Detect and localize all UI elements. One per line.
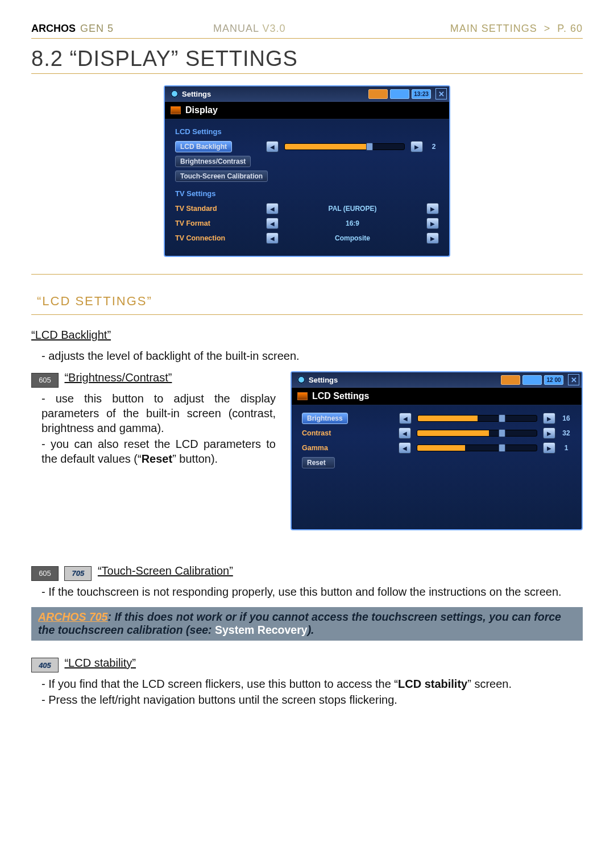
arrow-right-icon[interactable]: ▶ bbox=[543, 442, 555, 454]
section-title: 8.2 “DISPLAY” SETTINGS bbox=[31, 47, 583, 71]
contrast-value: 32 bbox=[561, 429, 571, 437]
item-brightness-title: “Brightness/Contrast” bbox=[64, 371, 172, 384]
brightness-value: 16 bbox=[561, 414, 571, 422]
arrow-left-icon[interactable]: ◀ bbox=[399, 413, 412, 424]
arrow-left-icon[interactable]: ◀ bbox=[399, 442, 411, 454]
status-icon bbox=[522, 375, 542, 385]
panel-title: LCD Settings bbox=[292, 388, 582, 405]
backlight-value: 2 bbox=[429, 143, 439, 151]
tv-standard-value: PAL (EUROPE) bbox=[284, 205, 421, 213]
body-text: If you find that the LCD screen flickers… bbox=[31, 676, 583, 707]
status-icon bbox=[368, 89, 388, 99]
arrow-right-icon[interactable]: ▶ bbox=[543, 413, 555, 424]
body-text: adjusts the level of backlight of the bu… bbox=[31, 348, 583, 363]
arrow-left-icon[interactable]: ◀ bbox=[266, 218, 279, 229]
touch-calibration-button[interactable]: Touch-Screen Calibration bbox=[175, 171, 268, 182]
arrow-right-icon[interactable]: ▶ bbox=[410, 141, 423, 152]
reset-button[interactable]: Reset bbox=[302, 457, 335, 468]
body-text: If the touchscreen is not responding pro… bbox=[31, 584, 583, 599]
tv-format-label: TV Format bbox=[175, 219, 232, 227]
backlight-slider[interactable] bbox=[284, 143, 405, 150]
gamma-slider[interactable] bbox=[417, 445, 537, 451]
arrow-left-icon[interactable]: ◀ bbox=[399, 427, 411, 439]
tv-connection-value: Composite bbox=[284, 234, 421, 242]
item-stability-title: “LCD stability” bbox=[64, 657, 136, 670]
brand-logo: ARCHOS bbox=[31, 23, 76, 35]
arrow-right-icon[interactable]: ▶ bbox=[426, 232, 439, 244]
tv-standard-label: TV Standard bbox=[175, 205, 232, 213]
gamma-label: Gamma bbox=[302, 444, 343, 452]
contrast-slider[interactable] bbox=[417, 430, 537, 437]
panel-title: Display bbox=[165, 102, 449, 119]
brightness-contrast-button[interactable]: Brightness/Contrast bbox=[175, 156, 251, 167]
clock: 12 00 bbox=[544, 375, 563, 385]
lcd-backlight-button[interactable]: LCD Backlight bbox=[175, 141, 232, 152]
contrast-label: Contrast bbox=[302, 429, 343, 437]
arrow-right-icon[interactable]: ▶ bbox=[543, 427, 555, 439]
screenshot-display-settings: Settings 13:23 ✕ Display LCD Settings LC… bbox=[164, 85, 450, 257]
item-touch-title: “Touch-Screen Calibration” bbox=[98, 564, 233, 578]
clock: 13:23 bbox=[412, 89, 431, 99]
model-badge-405: 405 bbox=[31, 658, 59, 672]
tv-connection-label: TV Connection bbox=[175, 234, 232, 242]
subsection-heading: “LCD SETTINGS” bbox=[37, 294, 583, 309]
item-lcd-backlight-title: “LCD Backlight” bbox=[31, 329, 111, 342]
arrow-left-icon[interactable]: ◀ bbox=[266, 203, 279, 214]
brightness-button[interactable]: Brightness bbox=[302, 413, 348, 424]
close-icon[interactable]: ✕ bbox=[435, 88, 447, 99]
window-title: Settings bbox=[182, 90, 211, 98]
close-icon[interactable]: ✕ bbox=[568, 374, 579, 385]
model-badge-605: 605 bbox=[31, 566, 59, 581]
gear-icon bbox=[171, 90, 179, 98]
display-icon bbox=[297, 392, 308, 400]
tv-format-value: 16:9 bbox=[284, 219, 421, 227]
display-icon bbox=[171, 106, 181, 114]
arrow-right-icon[interactable]: ▶ bbox=[426, 203, 439, 214]
brightness-slider[interactable] bbox=[417, 415, 537, 422]
gen-label: GEN 5 bbox=[80, 23, 114, 35]
gear-icon bbox=[297, 376, 305, 384]
model-badge-705: 705 bbox=[64, 566, 92, 581]
screenshot-lcd-settings: Settings 12 00 ✕ LCD Settings Brightness… bbox=[291, 371, 583, 530]
arrow-right-icon[interactable]: ▶ bbox=[426, 218, 439, 229]
gamma-value: 1 bbox=[561, 444, 571, 452]
model-badge-605: 605 bbox=[31, 373, 59, 388]
body-text: use this button to adjust the display pa… bbox=[31, 391, 276, 466]
group-lcd: LCD Settings bbox=[175, 127, 439, 136]
arrow-left-icon[interactable]: ◀ bbox=[266, 232, 279, 244]
manual-label: MANUAL V3.0 bbox=[213, 23, 285, 35]
status-icon bbox=[390, 89, 409, 99]
arrow-left-icon[interactable]: ◀ bbox=[266, 141, 279, 152]
breadcrumb: MAIN SETTINGS > P. 60 bbox=[450, 23, 583, 35]
group-tv: TV Settings bbox=[175, 189, 439, 198]
status-icon bbox=[501, 375, 520, 385]
note-archos-705: ARCHOS 705: If this does not work or if … bbox=[31, 607, 583, 641]
window-title: Settings bbox=[309, 376, 338, 384]
page-header: ARCHOS GEN 5 MANUAL V3.0 MAIN SETTINGS >… bbox=[31, 23, 583, 39]
